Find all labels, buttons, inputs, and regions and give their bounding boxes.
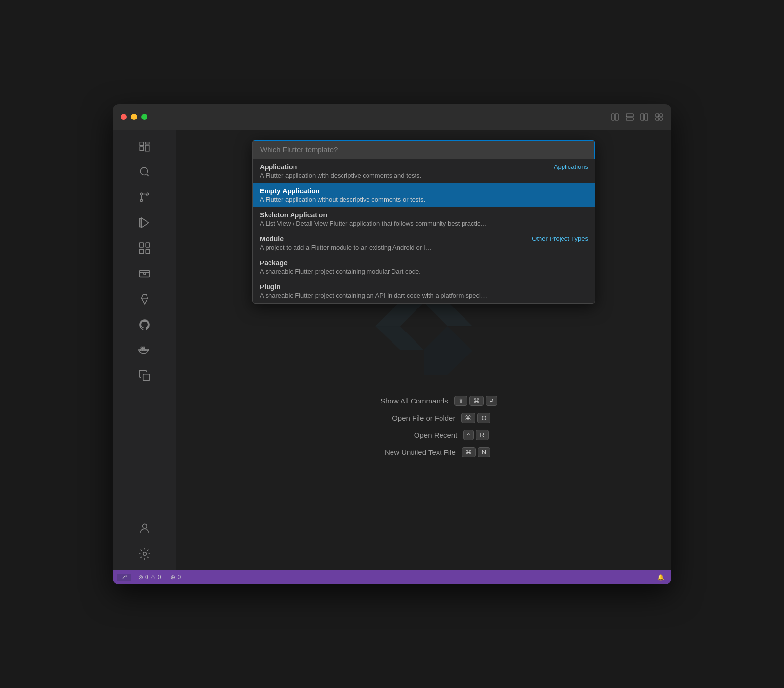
svg-rect-3	[626, 118, 633, 120]
statusbar-bell[interactable]: 🔔	[654, 574, 667, 581]
command-label: Open Recent	[359, 431, 457, 439]
sidebar-item-docker[interactable]	[113, 337, 176, 363]
main-content: Application Applications A Flutter appli…	[113, 130, 671, 570]
error-icon: ⊗	[138, 574, 143, 581]
kbd-group: ⌘ O	[461, 413, 490, 423]
list-item[interactable]: Plugin A shareable Flutter project conta…	[253, 279, 595, 303]
key-o: O	[477, 413, 490, 423]
svg-rect-28	[143, 347, 145, 348]
svg-rect-17	[139, 243, 144, 247]
sidebar-item-extensions[interactable]	[113, 236, 176, 261]
command-row: Open File or Folder ⌘ O	[357, 413, 490, 423]
svg-rect-9	[656, 118, 659, 120]
svg-rect-25	[143, 349, 145, 350]
sidebar-item-github[interactable]	[113, 312, 176, 337]
titlebar	[113, 104, 671, 130]
item-title: Skeleton Application	[260, 211, 327, 219]
svg-rect-21	[139, 270, 150, 277]
svg-marker-15	[142, 218, 149, 228]
minimize-button[interactable]	[131, 114, 137, 120]
item-description: A project to add a Flutter module to an …	[260, 244, 588, 251]
item-title: Plugin	[260, 283, 281, 291]
key-cmd: ⌘	[461, 413, 475, 423]
sidebar-bottom	[113, 516, 176, 570]
key-r: R	[476, 430, 488, 440]
close-button[interactable]	[121, 114, 127, 120]
svg-point-30	[143, 524, 147, 528]
kbd-group: ^ R	[463, 430, 489, 440]
list-item[interactable]: Module Other Project Types A project to …	[253, 231, 595, 255]
warning-icon: ⚠	[150, 574, 156, 581]
statusbar-notifications[interactable]: ⊕ 0	[168, 574, 184, 581]
statusbar-errors[interactable]: ⊗ 0 ⚠ 0	[135, 574, 164, 581]
svg-rect-18	[146, 243, 150, 247]
svg-point-12	[140, 193, 142, 195]
list-item[interactable]: Package A shareable Flutter project cont…	[253, 255, 595, 279]
notification-icon: ⊕	[171, 574, 175, 581]
quick-pick-dialog: Application Applications A Flutter appli…	[252, 140, 595, 304]
item-category: Applications	[554, 163, 588, 170]
item-description: A Flutter application without descriptiv…	[260, 196, 588, 203]
list-item[interactable]: Skeleton Application A List View / Detai…	[253, 207, 595, 231]
warning-count: 0	[158, 574, 161, 581]
item-title: Application	[260, 163, 297, 171]
split-editor-down-icon[interactable]	[625, 113, 634, 121]
svg-rect-2	[626, 114, 633, 117]
split-editor-icon[interactable]	[640, 113, 649, 121]
svg-point-31	[143, 552, 147, 555]
statusbar-left: ⎇ ⊗ 0 ⚠ 0 ⊕ 0	[117, 574, 184, 581]
sidebar-item-settings[interactable]	[113, 541, 176, 567]
key-shift: ⇧	[454, 396, 467, 406]
quick-pick-input[interactable]	[253, 140, 595, 159]
svg-rect-24	[141, 349, 142, 350]
command-row: Open Recent ^ R	[359, 430, 489, 440]
item-description: A shareable Flutter project containing a…	[260, 292, 588, 299]
sidebar-item-run[interactable]	[113, 210, 176, 236]
command-row: Show All Commands ⇧ ⌘ P	[350, 396, 498, 406]
item-description: A List View / Detail View Flutter applic…	[260, 220, 588, 227]
svg-rect-10	[660, 118, 662, 120]
item-description: A shareable Flutter project containing m…	[260, 268, 588, 275]
key-n: N	[478, 447, 490, 457]
bell-icon: 🔔	[657, 574, 664, 581]
titlebar-actions	[611, 113, 663, 121]
svg-point-14	[147, 193, 148, 195]
sidebar-item-source-control[interactable]	[113, 185, 176, 210]
item-title: Empty Application	[260, 187, 319, 195]
app-window: Application Applications A Flutter appli…	[113, 104, 671, 584]
svg-rect-8	[660, 114, 662, 117]
svg-rect-1	[615, 114, 618, 120]
svg-rect-19	[139, 249, 144, 254]
sidebar-item-copy[interactable]	[113, 363, 176, 388]
list-item[interactable]: Application Applications A Flutter appli…	[253, 159, 595, 183]
sidebar-item-testing[interactable]	[113, 286, 176, 312]
sidebar-item-account[interactable]	[113, 516, 176, 541]
split-editor-right-icon[interactable]	[611, 113, 619, 121]
command-label: Open File or Folder	[357, 414, 455, 422]
sidebar	[113, 130, 176, 570]
sidebar-item-search[interactable]	[113, 159, 176, 185]
svg-rect-23	[139, 349, 140, 350]
svg-rect-4	[641, 114, 644, 120]
statusbar-right: 🔔	[654, 574, 667, 581]
command-label: New Untitled Text File	[358, 448, 456, 456]
maximize-button[interactable]	[141, 114, 147, 120]
svg-rect-20	[146, 249, 150, 254]
svg-rect-26	[145, 349, 147, 350]
statusbar-branch[interactable]: ⎇	[117, 574, 131, 581]
sidebar-item-explorer[interactable]	[113, 134, 176, 159]
command-label: Show All Commands	[350, 397, 448, 405]
svg-point-13	[140, 199, 142, 201]
notification-count: 0	[177, 574, 181, 581]
sidebar-item-remote[interactable]	[113, 261, 176, 286]
traffic-lights	[121, 114, 147, 120]
list-item[interactable]: Empty Application A Flutter application …	[253, 183, 595, 207]
key-p: P	[486, 396, 498, 406]
key-cmd: ⌘	[462, 447, 476, 457]
svg-rect-16	[139, 218, 141, 227]
svg-rect-0	[612, 114, 614, 120]
customize-layout-icon[interactable]	[655, 113, 663, 121]
command-row: New Untitled Text File ⌘ N	[358, 447, 490, 457]
svg-rect-29	[143, 374, 150, 380]
item-description: A Flutter application with descriptive c…	[260, 172, 588, 179]
